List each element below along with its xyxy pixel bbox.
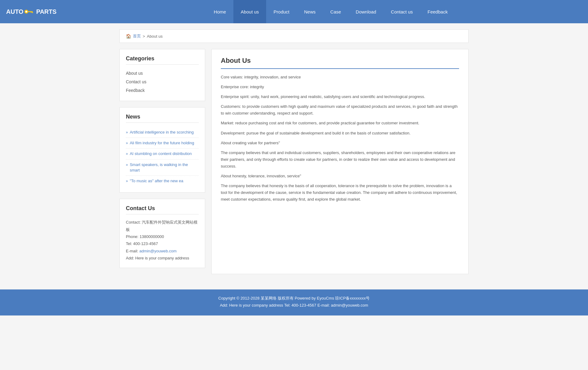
footer-copyright: Copyright © 2012-2028 某某网络 版权所有 Powered … [6, 296, 582, 301]
news-item[interactable]: »Smart speakers, is walking in the smart [126, 160, 199, 176]
sidebar: Categories About usContact usFeedback Ne… [119, 49, 205, 274]
news-link[interactable]: Artificial intelligence in the scorching [130, 130, 194, 135]
news-bullet: » [126, 130, 128, 134]
news-item[interactable]: »Artificial intelligence in the scorchin… [126, 127, 199, 138]
sidebar-category-link[interactable]: Feedback [126, 86, 199, 95]
phone-value: 13800000000 [140, 234, 164, 239]
news-link[interactable]: Ali film industry for the future holding [130, 140, 194, 146]
svg-point-1 [25, 11, 27, 13]
contact-name-row: Contact: 汽车配件外贸响应式英文网站模板 [126, 219, 199, 233]
content-paragraph: Market: reduce purchasing cost and risk … [221, 120, 459, 126]
breadcrumb-home[interactable]: 首页 [133, 33, 141, 39]
categories-title: Categories [126, 55, 199, 65]
email-row: E-mail: admin@youweb.com [126, 247, 199, 255]
content-paragraph: The company believes that unit and indiv… [221, 149, 459, 170]
content-area: About Us Core values: integrity, innovat… [211, 49, 469, 274]
content-paragraph: The company believes that honesty is the… [221, 183, 459, 203]
nav-item-about-us[interactable]: About us [233, 0, 266, 23]
nav-item-home[interactable]: Home [206, 0, 233, 23]
nav-item-contact-us[interactable]: Contact us [383, 0, 420, 23]
breadcrumb: 🏠 首页 > About us [119, 29, 469, 43]
content-paragraph: About honesty, tolerance, innovation, se… [221, 173, 459, 179]
news-item[interactable]: »AI stumbling on content distribution [126, 149, 199, 159]
content-paragraph: Customers: to provide customers with hig… [221, 103, 459, 117]
svg-rect-2 [28, 11, 33, 12]
news-link[interactable]: Smart speakers, is walking in the smart [130, 162, 199, 173]
categories-list: About usContact usFeedback [126, 69, 199, 95]
footer: Copyright © 2012-2028 某某网络 版权所有 Powered … [0, 289, 588, 315]
content-paragraph: Core values: integrity, innovation, and … [221, 74, 459, 81]
news-bullet: » [126, 163, 128, 167]
phone-row: Phone: 13800000000 [126, 233, 199, 240]
news-bullet: » [126, 141, 128, 145]
nav-item-download[interactable]: Download [349, 0, 384, 23]
news-item[interactable]: »Ali film industry for the future holdin… [126, 138, 199, 149]
news-bullet: » [126, 179, 128, 183]
logo: AUTO PARTS [6, 8, 67, 15]
sidebar-category-link[interactable]: Contact us [126, 77, 199, 86]
tel-row: Tel: 400-123-4567 [126, 240, 199, 247]
tel-label: Tel: [126, 241, 132, 246]
nav-item-product[interactable]: Product [266, 0, 297, 23]
header: AUTO PARTS HomeAbout usProductNewsCaseDo… [0, 0, 588, 23]
email-label: E-mail: [126, 249, 138, 253]
content-paragraph: About creating value for partners" [221, 140, 459, 146]
news-link[interactable]: "To music as" after the new ea [130, 178, 183, 184]
nav-item-case[interactable]: Case [323, 0, 349, 23]
content-paragraph: Enterprise core: integrity [221, 84, 459, 90]
news-link[interactable]: AI stumbling on content distribution [130, 151, 192, 157]
email-value[interactable]: admin@youweb.com [139, 249, 177, 253]
home-breadcrumb-icon: 🏠 [126, 34, 131, 39]
breadcrumb-separator: > [143, 34, 145, 39]
main-nav: HomeAbout usProductNewsCaseDownloadConta… [80, 0, 582, 23]
content-paragraph: Development: pursue the goal of sustaina… [221, 130, 459, 137]
contact-us-title: Contact Us [126, 205, 199, 214]
add-label: Add: [126, 256, 134, 260]
phone-label: Phone: [126, 234, 138, 239]
tel-value: 400-123-4567 [133, 241, 158, 246]
logo-parts-text: PARTS [36, 8, 56, 15]
content-paragraph: Enterprise spirit: unity, hard work, pio… [221, 93, 459, 100]
sidebar-category-link[interactable]: About us [126, 69, 199, 77]
footer-address: Add: Here is your company address Tel: 4… [6, 303, 582, 308]
contact-info: Contact: 汽车配件外贸响应式英文网站模板 Phone: 13800000… [126, 219, 199, 262]
svg-rect-3 [32, 12, 33, 13]
contact-section: Contact Us Contact: 汽车配件外贸响应式英文网站模板 Phon… [119, 199, 205, 268]
nav-item-news[interactable]: News [297, 0, 323, 23]
main-container: Categories About usContact usFeedback Ne… [119, 49, 469, 280]
news-item[interactable]: »"To music as" after the new ea [126, 176, 199, 186]
content-paragraphs: Core values: integrity, innovation, and … [221, 74, 459, 203]
contact-label: Contact: [126, 220, 141, 225]
add-value: Here is your company address [135, 256, 189, 260]
add-row: Add: Here is your company address [126, 255, 199, 262]
svg-rect-4 [31, 12, 32, 13]
nav-item-feedback[interactable]: Feedback [420, 0, 455, 23]
breadcrumb-current: About us [147, 34, 163, 39]
news-list: »Artificial intelligence in the scorchin… [126, 127, 199, 186]
content-title: About Us [221, 57, 459, 69]
logo-auto-text: AUTO [6, 8, 23, 15]
categories-section: Categories About usContact usFeedback [119, 49, 205, 101]
news-title: News [126, 114, 199, 123]
key-icon [24, 9, 35, 14]
news-bullet: » [126, 152, 128, 156]
news-section: News »Artificial intelligence in the sco… [119, 107, 205, 193]
